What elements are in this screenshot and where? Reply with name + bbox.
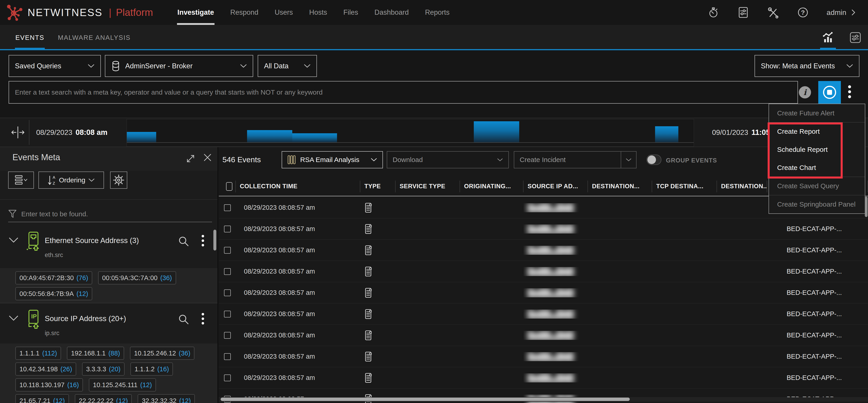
row-checkbox[interactable] <box>224 204 231 211</box>
row-checkbox[interactable] <box>224 311 231 317</box>
meta-value-chip[interactable]: 32.32.32.32(12) <box>138 394 195 403</box>
create-incident-dropdown[interactable]: Create Incident <box>514 151 637 168</box>
tab-events[interactable]: EVENTS <box>8 25 51 50</box>
meta-group-key: ip.src <box>45 330 59 337</box>
menu-item-create-chart[interactable]: Create Chart <box>769 159 865 177</box>
expand-panel-icon[interactable] <box>185 153 196 164</box>
time-range-dropdown[interactable]: All Data <box>258 55 317 77</box>
events-timeline: 08/29/2023 08:08 am 09/01/2023 11:05 a <box>0 118 868 147</box>
meta-panel-scrollbar[interactable] <box>213 230 216 251</box>
meta-ordering-dropdown[interactable]: A Z Ordering <box>38 172 104 189</box>
column-header-source-ip-ad[interactable]: SOURCE IP AD... <box>524 180 588 192</box>
netwitness-logo[interactable]: NETWITNESS | Platform <box>0 0 153 25</box>
column-header-type[interactable]: TYPE <box>360 180 396 192</box>
close-panel-icon[interactable] <box>203 153 212 162</box>
jobs-panel-icon[interactable] <box>737 6 749 19</box>
query-options-kebab[interactable] <box>848 85 851 98</box>
column-header-tcp-destina[interactable]: TCP DESTINA... <box>652 180 717 192</box>
meta-value: 10.125.246.12 <box>134 350 176 357</box>
search-icon[interactable] <box>178 313 189 325</box>
nav-item-files[interactable]: Files <box>335 0 366 25</box>
event-row[interactable]: 08/29/2023 08:08:57 am█▆██▄█▇█BED-ECAT-A… <box>219 282 868 304</box>
nav-item-users[interactable]: Users <box>267 0 301 25</box>
timeline-histogram[interactable] <box>127 119 694 147</box>
timeline-resize-handle[interactable] <box>10 125 25 140</box>
row-checkbox[interactable] <box>224 289 231 296</box>
column-header-collection-time[interactable]: COLLECTION TIME <box>236 180 360 192</box>
row-checkbox[interactable] <box>224 353 231 360</box>
menu-item-create-springboard-panel: Create Springboard Panel <box>769 195 865 213</box>
select-all-checkbox[interactable] <box>226 182 232 191</box>
event-row[interactable]: 08/29/2023 08:08:57 am█▆██▄█▇█BED-ECAT-A… <box>219 304 868 325</box>
nav-item-investigate[interactable]: Investigate <box>169 0 222 25</box>
meta-value-chip[interactable]: 10.125.245.111(12) <box>89 378 156 392</box>
nav-item-hosts[interactable]: Hosts <box>301 0 335 25</box>
meta-filter-input[interactable]: Enter text to be found. <box>8 206 212 222</box>
row-checkbox[interactable] <box>224 332 231 339</box>
horizontal-scrollbar-thumb[interactable] <box>221 398 630 401</box>
meta-value-chip[interactable]: 1.1.1.1(112) <box>16 347 61 360</box>
meta-value-chip[interactable]: 00:50:56:84:7B:9A(12) <box>16 287 92 300</box>
meta-value-chip[interactable]: 10.118.130.197(16) <box>16 378 83 392</box>
nav-item-reports[interactable]: Reports <box>417 0 458 25</box>
column-header-originating[interactable]: ORIGINATING... <box>460 180 524 192</box>
meta-value-chip[interactable]: 10.42.34.198(26) <box>16 363 76 376</box>
event-row[interactable]: 08/29/2023 08:08:57 am█▆██▄█▇█BED-ECAT-A… <box>219 218 868 240</box>
row-checkbox[interactable] <box>224 226 231 232</box>
column-header-destination[interactable]: DESTINATION... <box>588 180 652 192</box>
event-row[interactable]: 08/29/2023 08:08:57 am█▆██▄█▇█BED-ECAT-A… <box>219 325 868 346</box>
meta-value-chip[interactable]: 192.168.1.1(88) <box>67 347 124 360</box>
stopwatch-icon[interactable] <box>707 6 719 19</box>
download-dropdown[interactable]: Download <box>387 151 509 168</box>
chevron-down-icon <box>846 64 853 68</box>
collapse-chevron-icon[interactable] <box>8 315 19 321</box>
nav-item-dashboard[interactable]: Dashboard <box>366 0 417 25</box>
tab-malware-analysis[interactable]: MALWARE ANALYSIS <box>51 25 137 50</box>
collapse-chevron-icon[interactable] <box>8 237 19 243</box>
meta-group-kebab[interactable] <box>202 235 204 247</box>
group-events-toggle[interactable] <box>647 154 661 165</box>
user-menu[interactable]: admin <box>827 8 855 17</box>
column-group-dropdown[interactable]: RSA Email Analysis <box>282 151 383 168</box>
preferences-icon[interactable] <box>848 25 863 50</box>
column-header-destination[interactable]: DESTINATION... <box>717 180 767 192</box>
stop-query-button[interactable] <box>818 81 841 104</box>
row-checkbox[interactable] <box>224 374 231 381</box>
saved-queries-dropdown[interactable]: Saved Queries <box>8 55 101 77</box>
menu-item-create-report[interactable]: Create Report <box>769 122 865 141</box>
show-meta-events-dropdown[interactable]: Show: Meta and Events <box>754 55 860 77</box>
timeline-end-datetime: 09/01/2023 11:05 a <box>712 118 776 147</box>
help-icon[interactable]: ? <box>797 6 809 19</box>
meta-value-chip[interactable]: 22.22.22.22(12) <box>75 394 132 403</box>
nav-item-respond[interactable]: Respond <box>222 0 267 25</box>
meta-value-chip[interactable]: 00:A9:45:67:2B:30(76) <box>16 271 92 284</box>
admin-tools-icon[interactable] <box>767 6 779 19</box>
meta-value-count: (12) <box>116 397 128 403</box>
row-checkbox[interactable] <box>224 247 231 254</box>
meta-settings-button[interactable] <box>110 172 127 189</box>
event-row[interactable]: 08/29/2023 08:08:57 am█▆██▄█▇█BED-ECAT-A… <box>219 240 868 261</box>
meta-value-chip[interactable]: 00:05:9A:3C:7A:00(36) <box>98 271 176 284</box>
row-checkbox[interactable] <box>224 268 231 275</box>
meta-view-selector-button[interactable] <box>8 172 34 189</box>
meta-value-chip[interactable]: 3.3.3.3(20) <box>82 363 125 376</box>
event-row[interactable]: 08/29/2023 08:08:57 am█▆██▄█▇█BED-ECAT-A… <box>219 367 868 388</box>
meta-value-chip[interactable]: 1.1.1.2(16) <box>130 363 173 376</box>
search-icon[interactable] <box>178 235 189 247</box>
info-icon[interactable]: i <box>799 86 811 98</box>
menu-item-schedule-report[interactable]: Schedule Report <box>769 141 865 159</box>
meta-value-chip[interactable]: 10.125.246.12(36) <box>130 347 194 360</box>
redacted-source-ip: █▆██▄█▇█ <box>528 267 574 276</box>
event-row[interactable]: 08/29/2023 08:08:57 am█▆██▄█▇█BED-ECAT-A… <box>219 346 868 367</box>
meta-value: 1.1.1.2 <box>134 366 155 373</box>
meta-value: 32.32.32.32 <box>142 397 176 403</box>
chevron-down-icon[interactable] <box>621 158 636 162</box>
column-header-service-type[interactable]: SERVICE TYPE <box>396 180 460 192</box>
events-chart-view-icon[interactable] <box>820 25 836 50</box>
meta-group-kebab[interactable] <box>202 313 204 324</box>
service-dropdown[interactable]: AdminServer - Broker <box>105 55 253 77</box>
query-search-input[interactable] <box>8 81 798 104</box>
event-row[interactable]: 08/29/2023 08:08:57 am█▆██▄█▇█BED-ECAT-A… <box>219 261 868 282</box>
meta-value-chip[interactable]: 21.65.7.21(12) <box>16 394 69 403</box>
meta-value: 1.1.1.1 <box>20 350 39 357</box>
